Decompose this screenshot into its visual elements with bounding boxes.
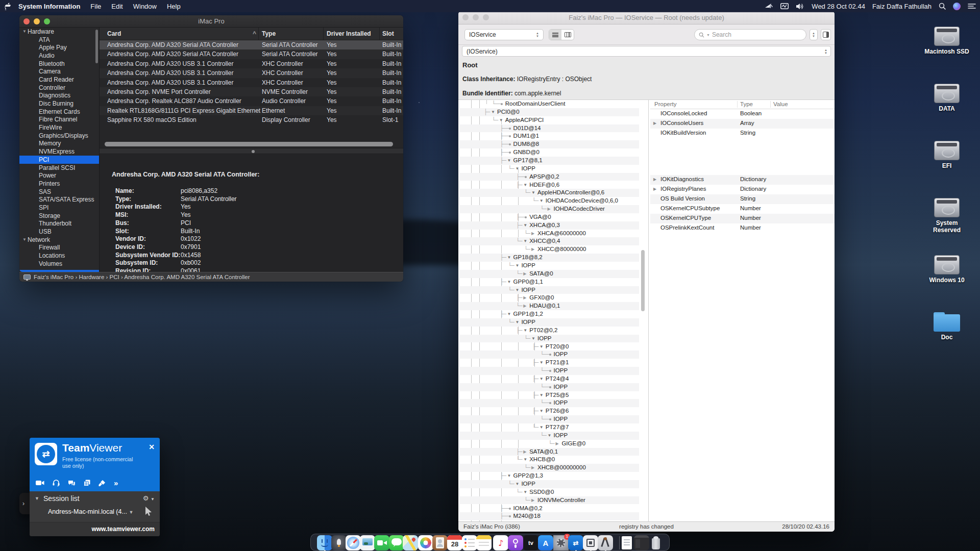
dock-item-teamviewer[interactable]: ⇄ — [568, 535, 583, 550]
disclosure-open-icon[interactable]: ▼ — [531, 189, 535, 197]
column-header-card[interactable]: Card — [107, 30, 121, 37]
disclosure-open-icon[interactable]: ▼ — [515, 318, 519, 327]
table-row[interactable]: Andresha Corp. Realtek ALC887 Audio Cont… — [100, 96, 403, 106]
disclosure-open-icon[interactable]: ▼ — [548, 432, 552, 440]
disclosure-closed-icon[interactable]: ▶ — [653, 121, 656, 126]
property-row[interactable]: OS Build VersionString19H2 — [650, 194, 835, 204]
dock-item-app-store[interactable]: A — [538, 535, 553, 550]
dock-item-photos[interactable] — [418, 535, 433, 550]
sidebar-item-fibre-channel[interactable]: Fibre Channel — [19, 116, 99, 124]
dock-item-ioregistry-explorer[interactable] — [598, 535, 613, 550]
tree-row[interactable]: ├─▼GP17@8,1 — [459, 157, 639, 165]
search-field[interactable]: ▼ Search — [694, 29, 806, 40]
sidebar-item-memory[interactable]: Memory — [19, 140, 99, 148]
disclosure-closed-icon[interactable]: ▶ — [531, 464, 534, 472]
tree-row[interactable]: └──IOPP — [459, 367, 639, 375]
tree-row[interactable]: └─▼XHCC@0,4 — [459, 237, 639, 245]
sidebar-item-pci[interactable]: PCI — [19, 156, 99, 164]
tree-row[interactable]: └──IOPP — [459, 415, 639, 423]
disclosure-open-icon[interactable]: ▼ — [523, 221, 527, 230]
property-row[interactable]: OSKernelCPUTypeNumber0x1000007 — [650, 214, 835, 223]
sidebar-item-storage[interactable]: Storage — [19, 212, 99, 220]
table-row[interactable]: Sapphire RX 580 macOS EditionDisplay Con… — [100, 115, 403, 124]
session-item[interactable]: Andress-Mac-mini.local (4... ▼ — [48, 508, 133, 515]
disclosure-open-icon[interactable]: ▼ — [499, 116, 503, 124]
property-row[interactable]: ▶IOConsoleUsersArray1 value — [650, 119, 835, 129]
session-settings-button[interactable]: ⚙ ▼ — [143, 494, 155, 502]
tree-row[interactable]: ├─▼GP18@8,2 — [459, 254, 639, 262]
search-icon[interactable] — [939, 3, 946, 10]
dock-item-launchpad[interactable] — [331, 535, 347, 550]
disclosure-open-icon[interactable]: ▼ — [515, 286, 519, 294]
tree-row[interactable]: ├──IOMA@0,2 — [459, 505, 639, 513]
dock-item-tv[interactable]: tv — [523, 535, 538, 550]
dock-item-document[interactable] — [619, 535, 634, 550]
disclosure-closed-icon[interactable]: ▶ — [653, 187, 656, 191]
sidebar-item-audio[interactable]: Audio — [19, 52, 99, 60]
tree-row[interactable]: ├──DUM1@1 — [459, 132, 639, 140]
si-table-header[interactable]: CardTypeDriver InstalledSlot^ — [100, 28, 403, 40]
tree-row[interactable]: └─▶IONVMeController — [459, 496, 639, 505]
si-sidebar-scrollbar[interactable] — [95, 30, 98, 63]
sidebar-section-network[interactable]: ▼Network — [19, 236, 99, 244]
active-app-menu[interactable]: System Information — [18, 3, 80, 10]
disclosure-open-icon[interactable]: ▼ — [540, 197, 544, 205]
dock-item-podcasts[interactable] — [508, 535, 523, 550]
sidebar-item-firewire[interactable]: FireWire — [19, 123, 99, 132]
disclosure-closed-icon[interactable]: ▶ — [531, 245, 534, 254]
teamviewer-url[interactable]: www.teamviewer.com — [91, 525, 155, 533]
disclosure-closed-icon[interactable]: ▶ — [531, 496, 534, 505]
disclosure-open-icon[interactable]: ▼ — [507, 278, 511, 286]
list-view-button[interactable] — [549, 30, 561, 40]
tree-row[interactable]: └─▼XHCB@0 — [459, 456, 639, 464]
disclosure-open-icon[interactable]: ▼ — [507, 254, 511, 262]
disclosure-open-icon[interactable]: ▼ — [523, 488, 527, 496]
property-table-header[interactable]: PropertyTypeValue — [650, 100, 835, 109]
menu-item-window[interactable]: Window — [133, 3, 157, 10]
desktop-icon-data[interactable]: DATA — [924, 84, 970, 112]
tree-row[interactable]: ├─▼GPP0@1,1 — [459, 278, 639, 286]
tree-row[interactable]: ├──APSP@0,2 — [459, 173, 639, 181]
tree-row[interactable]: └─▼IOPP — [459, 286, 639, 294]
tree-row[interactable]: └─▼IOHDACodecDevice@0,6,0 — [459, 197, 639, 205]
disclosure-closed-icon[interactable]: ▶ — [555, 440, 558, 448]
sidebar-item-printers[interactable]: Printers — [19, 180, 99, 188]
sidebar-item-controller[interactable]: Controller — [19, 84, 99, 92]
table-row[interactable]: Andresha Corp. AMD A320 Serial ATA Contr… — [100, 40, 403, 49]
sidebar-item-locations[interactable]: Locations — [19, 252, 99, 260]
video-icon[interactable] — [36, 480, 44, 486]
tree-row[interactable]: └─▼IOPP — [459, 165, 639, 173]
sidebar-item-diagnostics[interactable]: Diagnostics — [19, 92, 99, 100]
tree-row[interactable]: ├─▼PT02@0,2 — [459, 327, 639, 335]
tree-row[interactable]: ├─▼PT20@0 — [459, 343, 639, 351]
property-row[interactable]: IOKitBuildVersionStringDarwin Kernel Ver… — [650, 129, 835, 175]
tree-row[interactable]: ├──GNBD@0 — [459, 148, 639, 157]
sidebar-item-parallel-scsi[interactable]: Parallel SCSI — [19, 164, 99, 172]
si-horizontal-scrollbar[interactable] — [105, 142, 393, 146]
disclosure-open-icon[interactable]: ▼ — [540, 407, 544, 415]
tree-row[interactable]: └─▼SSD0@0 — [459, 488, 639, 496]
tree-row[interactable]: ├─▼PT26@6 — [459, 407, 639, 415]
tree-row[interactable]: ├─▼HDEF@0,6 — [459, 181, 639, 189]
menu-item-file[interactable]: File — [90, 3, 101, 10]
property-column-property[interactable]: Property — [654, 101, 676, 107]
sidebar-item-firewall[interactable]: Firewall — [19, 244, 99, 252]
dock-item-reminders[interactable] — [462, 535, 477, 550]
property-row[interactable]: OSPrelinkKextCountNumber0x12f — [650, 223, 835, 233]
sidebar-item-sas[interactable]: SAS — [19, 188, 99, 196]
table-row[interactable]: Andresha Corp. AMD A320 USB 3.1 Controll… — [100, 78, 403, 87]
sidebar-item-spi[interactable]: SPI — [19, 204, 99, 212]
table-row[interactable]: Andresha Corp. NVME Port ControllerNVME … — [100, 87, 403, 96]
sidebar-item-sata-sata-express[interactable]: SATA/SATA Express — [19, 195, 99, 204]
tree-row[interactable]: ├─▼PT25@5 — [459, 391, 639, 399]
table-row[interactable]: Realtek RTL8168G/8111G PCI Express Gigab… — [100, 106, 403, 115]
tree-row[interactable]: ├──M240@18 — [459, 512, 639, 520]
disclosure-open-icon[interactable]: ▼ — [515, 262, 519, 270]
desktop-icon-doc[interactable]: Doc — [924, 312, 970, 341]
tree-row[interactable]: └─▶HDAU@0,1 — [459, 302, 639, 310]
disclosure-open-icon[interactable]: ▼ — [491, 108, 495, 116]
apple-menu-icon[interactable] — [0, 3, 15, 10]
table-row[interactable]: Andresha Corp. AMD A320 Serial ATA Contr… — [100, 49, 403, 59]
tree-row[interactable]: └─▶IOHDACodecDriver — [459, 205, 639, 213]
dock-item-trash[interactable] — [648, 535, 664, 550]
